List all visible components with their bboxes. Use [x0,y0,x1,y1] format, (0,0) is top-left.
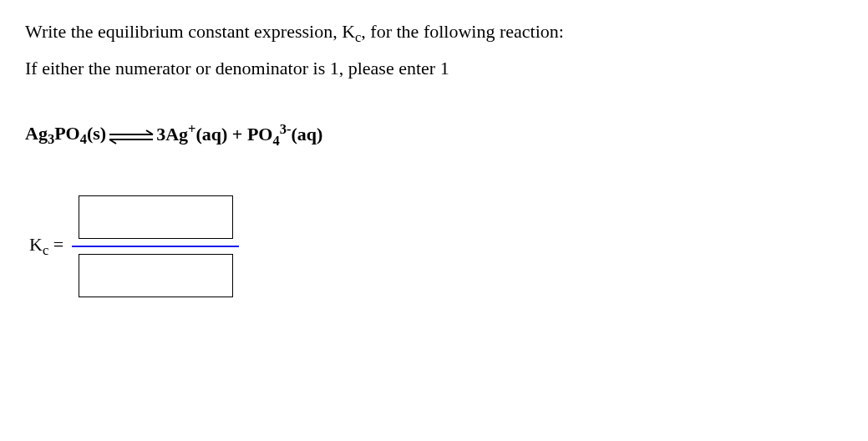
numerator-input[interactable] [79,195,233,239]
question-part2: , for the following reaction: [361,21,564,42]
question-text-line2: If either the numerator or denominator i… [25,58,843,79]
fraction-bar [72,246,239,247]
equilibrium-arrow-icon [108,128,155,143]
products-formula: 3Ag+(aq) + PO43-(aq) [156,121,322,150]
question-text-line1: Write the equilibrium constant expressio… [25,21,843,46]
reactant-formula: Ag3PO4(s) [25,123,106,148]
kc-expression: Kc = [29,195,843,297]
denominator-input[interactable] [79,254,233,297]
fraction-container [72,195,239,297]
question-part1: Write the equilibrium constant expressio… [25,21,355,42]
kc-label: Kc = [29,234,63,259]
chemical-equation: Ag3PO4(s) 3Ag+(aq) + PO43-(aq) [25,121,843,150]
